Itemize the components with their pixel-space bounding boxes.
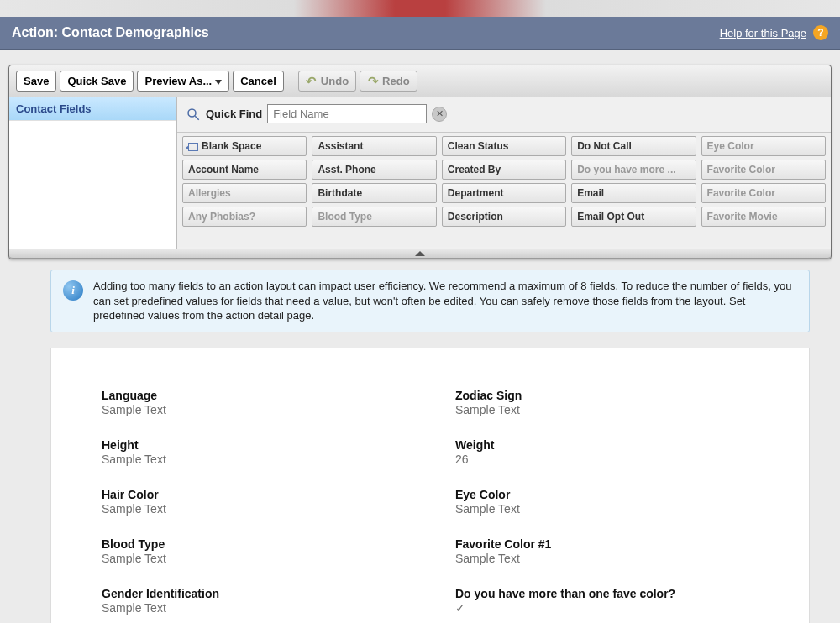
layout-field[interactable]: Zodiac SignSample Text <box>455 389 759 416</box>
layout-field-value: Sample Text <box>102 552 405 565</box>
action-layout-preview: LanguageSample TextZodiac SignSample Tex… <box>50 348 810 623</box>
toolbar-separator <box>291 72 291 91</box>
layout-field-label: Weight <box>455 438 759 452</box>
field-chip[interactable]: Birthdate <box>312 183 436 203</box>
info-message: i Adding too many fields to an action la… <box>50 270 810 332</box>
field-chip-label: Created By <box>448 164 501 175</box>
undo-button[interactable]: Undo <box>298 71 356 92</box>
info-text: Adding too many fields to an action layo… <box>93 279 797 323</box>
field-chip[interactable]: Eye Color <box>701 136 826 156</box>
cancel-button[interactable]: Cancel <box>233 71 284 92</box>
field-chip[interactable]: Do you have more ... <box>571 160 696 180</box>
help-link[interactable]: Help for this Page <box>720 27 806 39</box>
page-header: Action: Contact Demographics Help for th… <box>0 17 840 50</box>
info-icon: i <box>63 280 83 301</box>
layout-field-value: Sample Text <box>102 403 405 416</box>
layout-field-value: Sample Text <box>455 403 759 416</box>
field-chip[interactable]: Created By <box>442 160 566 180</box>
layout-field-label: Eye Color <box>455 488 759 501</box>
field-chip[interactable]: Clean Status <box>442 136 566 156</box>
field-chip[interactable]: Description <box>442 207 566 227</box>
field-chip-label: Any Phobias? <box>188 211 255 222</box>
quick-find-input[interactable] <box>267 104 427 123</box>
layout-field[interactable]: Blood TypeSample Text <box>102 537 405 565</box>
field-chip-label: Clean Status <box>448 140 509 152</box>
field-chip[interactable]: Favorite Movie <box>701 207 826 227</box>
preview-as-button[interactable]: Preview As... <box>137 71 229 92</box>
layout-field-label: Zodiac Sign <box>455 389 759 402</box>
field-chip[interactable]: Blood Type <box>312 207 436 227</box>
svg-point-0 <box>188 109 196 117</box>
field-chip-label: Department <box>448 187 504 199</box>
layout-field[interactable]: Weight26 <box>455 438 759 466</box>
search-icon <box>186 107 201 122</box>
sidebar-item-contact-fields[interactable]: Contact Fields <box>9 97 176 121</box>
field-chip[interactable]: Email Opt Out <box>571 207 696 227</box>
field-chip-label: Do you have more ... <box>577 164 675 175</box>
page-title-prefix: Action: <box>12 25 58 39</box>
field-chip[interactable]: Email <box>571 183 696 203</box>
field-chip-label: Asst. Phone <box>318 164 375 175</box>
svg-line-1 <box>195 116 199 120</box>
field-chip-label: Favorite Color <box>707 164 775 175</box>
field-chip[interactable]: Do Not Call <box>571 136 696 156</box>
field-chip-label: Description <box>448 211 503 222</box>
field-palette-grid: Blank SpaceAssistantClean StatusDo Not C… <box>177 133 831 247</box>
field-chip[interactable]: Any Phobias? <box>182 207 307 227</box>
quick-find-row: Quick Find ✕ <box>177 97 831 133</box>
save-button[interactable]: Save <box>16 71 56 92</box>
layout-field[interactable]: Gender IdentificationSample Text <box>102 587 405 615</box>
field-chip-label: Blank Space <box>202 140 261 152</box>
undo-icon <box>306 76 318 87</box>
layout-field[interactable]: LanguageSample Text <box>102 389 405 416</box>
field-chip[interactable]: Asst. Phone <box>312 160 436 180</box>
field-chip[interactable]: Assistant <box>312 136 436 156</box>
field-chip[interactable]: Allergies <box>182 183 307 203</box>
redo-icon <box>367 76 379 87</box>
field-chip-label: Allergies <box>188 187 231 199</box>
layout-field-value: 26 <box>455 453 759 466</box>
blank-space-icon <box>188 143 198 151</box>
editor-toolbar: Save Quick Save Preview As... Cancel Und… <box>9 65 831 97</box>
quick-save-button[interactable]: Quick Save <box>60 71 134 92</box>
field-chip-label: Do Not Call <box>577 140 632 152</box>
field-chip-label: Favorite Movie <box>707 211 778 222</box>
layout-field-label: Favorite Color #1 <box>455 537 759 551</box>
redo-label: Redo <box>382 75 410 87</box>
layout-field-label: Gender Identification <box>102 587 405 600</box>
field-chip-label: Account Name <box>188 164 259 175</box>
field-chip[interactable]: Favorite Color <box>701 183 826 203</box>
layout-field-value: Sample Text <box>455 502 759 516</box>
layout-field[interactable]: Favorite Color #1Sample Text <box>455 537 759 565</box>
layout-field-value: Sample Text <box>102 453 405 466</box>
field-chip-label: Eye Color <box>707 140 754 152</box>
page-title-text: Contact Demographics <box>62 25 209 39</box>
layout-editor-panel: Save Quick Save Preview As... Cancel Und… <box>8 65 832 259</box>
redo-button[interactable]: Redo <box>360 71 417 92</box>
layout-field-value: Sample Text <box>102 601 405 615</box>
field-chip-label: Email Opt Out <box>577 211 644 222</box>
layout-field[interactable]: Do you have more than one fave color?✓ <box>455 587 759 615</box>
quick-find-label: Quick Find <box>206 107 262 120</box>
layout-field-label: Height <box>102 438 405 452</box>
layout-field[interactable]: Hair ColorSample Text <box>102 488 405 516</box>
quick-find-clear-button[interactable]: ✕ <box>432 107 447 122</box>
checkmark-icon: ✓ <box>455 601 759 615</box>
field-chip-label: Blood Type <box>318 211 371 222</box>
page-title: Action: Contact Demographics <box>12 25 209 40</box>
layout-field[interactable]: HeightSample Text <box>102 438 405 466</box>
layout-field[interactable]: Eye ColorSample Text <box>455 488 759 516</box>
field-chip[interactable]: Department <box>442 183 566 203</box>
help-icon[interactable]: ? <box>813 25 828 40</box>
field-chip-label: Favorite Color <box>707 187 775 199</box>
layout-field-value: Sample Text <box>455 552 759 565</box>
top-decorative-strip <box>0 0 840 17</box>
field-chip-label: Birthdate <box>318 187 362 199</box>
panel-resize-handle[interactable] <box>9 249 831 259</box>
palette-sidebar: Contact Fields <box>9 97 177 249</box>
field-chip[interactable]: Blank Space <box>182 136 307 156</box>
field-chip[interactable]: Account Name <box>182 160 307 180</box>
field-chip[interactable]: Favorite Color <box>701 160 826 180</box>
undo-label: Undo <box>321 75 349 87</box>
layout-field-label: Do you have more than one fave color? <box>455 587 759 600</box>
